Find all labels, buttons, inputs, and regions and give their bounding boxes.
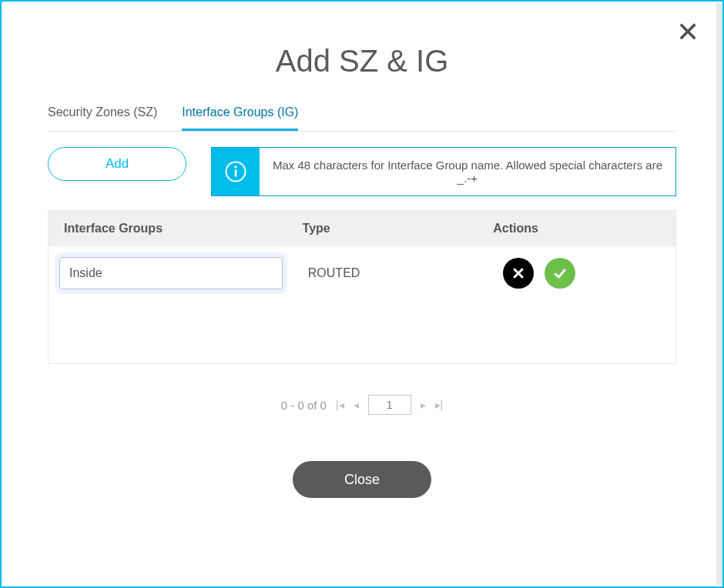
add-button[interactable]: Add <box>48 147 186 181</box>
interface-groups-table: Interface Groups Type Actions ROUTED <box>48 210 676 364</box>
modal-add-sz-ig: ✕ Add SZ & IG Security Zones (SZ) Interf… <box>0 0 724 588</box>
close-icon[interactable]: ✕ <box>676 18 699 46</box>
next-page-icon[interactable]: ▸ <box>421 399 426 411</box>
svg-point-1 <box>234 165 236 168</box>
first-page-icon[interactable]: |◂ <box>336 399 344 411</box>
svg-rect-2 <box>235 170 237 177</box>
table-header: Interface Groups Type Actions <box>49 211 675 246</box>
page-number-input[interactable] <box>368 395 411 415</box>
row-type: ROUTED <box>303 266 498 280</box>
info-text: Max 48 characters for Interface Group na… <box>260 148 675 195</box>
pagination: 0 - 0 of 0 |◂ ◂ ▸ ▸| <box>48 395 676 415</box>
confirm-icon[interactable] <box>545 258 575 289</box>
col-header-name: Interface Groups <box>64 222 303 236</box>
col-header-type: Type <box>303 222 494 236</box>
pagination-range: 0 - 0 of 0 <box>281 399 327 412</box>
table-row: ROUTED <box>49 246 675 300</box>
tab-security-zones[interactable]: Security Zones (SZ) <box>48 105 157 131</box>
last-page-icon[interactable]: ▸| <box>435 399 444 411</box>
close-button[interactable]: Close <box>293 461 431 498</box>
scrollbar-track[interactable] <box>716 3 722 585</box>
info-icon <box>212 148 260 195</box>
cancel-icon[interactable] <box>503 258 534 289</box>
col-header-actions: Actions <box>493 222 660 236</box>
page-title: Add SZ & IG <box>48 44 676 79</box>
interface-group-name-input[interactable] <box>59 257 283 289</box>
tab-interface-groups[interactable]: Interface Groups (IG) <box>182 105 298 131</box>
info-banner: Max 48 characters for Interface Group na… <box>211 147 676 196</box>
prev-page-icon[interactable]: ◂ <box>354 399 359 411</box>
footer: Close <box>48 461 676 498</box>
tab-bar: Security Zones (SZ) Interface Groups (IG… <box>48 105 676 132</box>
toolbar: Add Max 48 characters for Interface Grou… <box>48 147 676 196</box>
